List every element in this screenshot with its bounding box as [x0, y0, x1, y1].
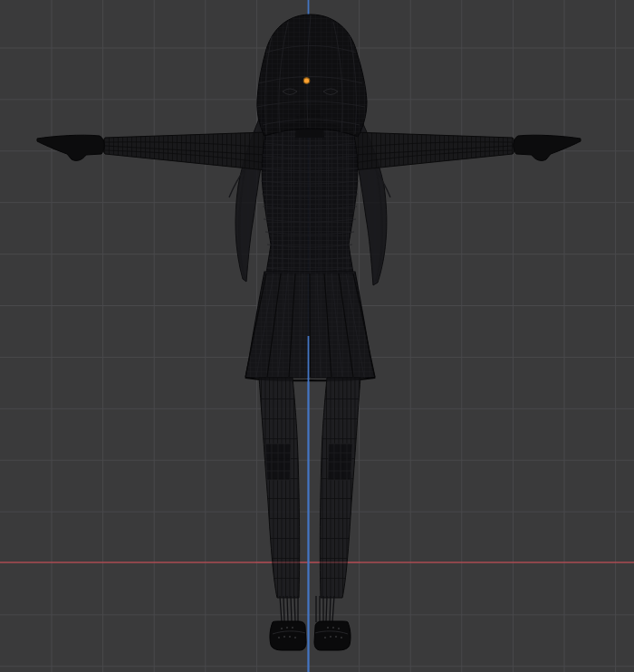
3d-viewport[interactable] — [0, 0, 634, 672]
skirt — [245, 272, 375, 380]
left-shoe — [270, 621, 306, 650]
right-shoe — [314, 621, 351, 650]
object-origin-point — [303, 78, 309, 83]
left-shoe-shape — [270, 621, 306, 650]
right-shoe-shape — [314, 621, 351, 650]
